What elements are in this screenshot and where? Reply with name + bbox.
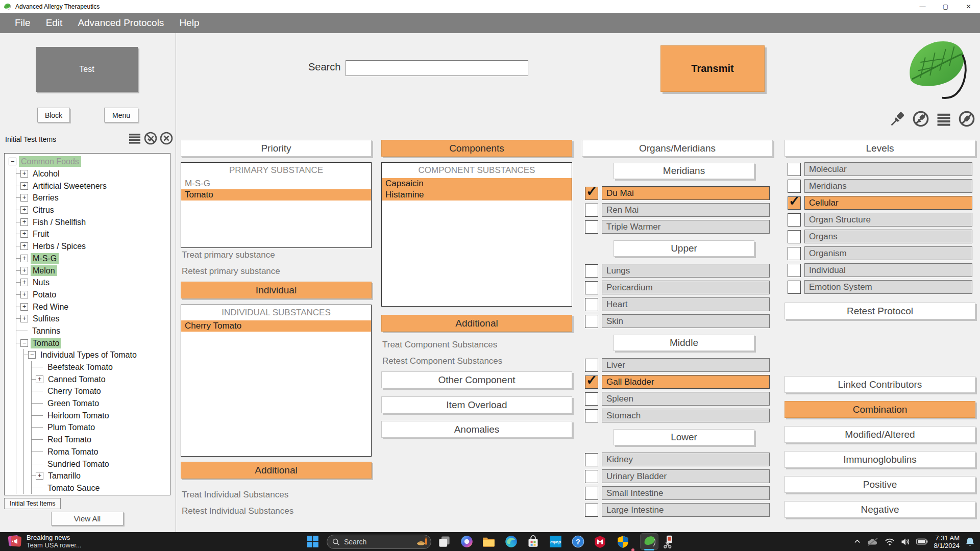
expand-icon[interactable]: +: [20, 194, 28, 202]
tree-item-heirloom-tomato[interactable]: Heirloom Tomato: [32, 409, 170, 421]
large-intestine-item[interactable]: Large Intestine: [602, 503, 770, 517]
unchecked-checkbox[interactable]: [585, 281, 598, 294]
expand-icon[interactable]: +: [36, 375, 43, 383]
list-icon[interactable]: [128, 131, 142, 145]
ren-mai-item[interactable]: Ren Mai: [602, 203, 770, 217]
tree-item-canned-tomato[interactable]: +Canned Tomato: [32, 373, 170, 385]
clear-check-icon[interactable]: [143, 131, 158, 145]
unchecked-checkbox[interactable]: [585, 359, 598, 372]
unpin-icon[interactable]: [912, 110, 929, 128]
triple-warmer-item[interactable]: Triple Warmer: [602, 220, 770, 234]
menu-item-advanced-protocols[interactable]: Advanced Protocols: [70, 13, 172, 33]
tree-item-green-tomato[interactable]: Green Tomato: [32, 397, 170, 410]
expand-icon[interactable]: +: [20, 255, 28, 262]
expand-icon[interactable]: +: [20, 242, 28, 250]
expand-icon[interactable]: +: [20, 230, 28, 238]
treat-individual-link[interactable]: Treat Individual Substances: [182, 490, 288, 500]
checked-checkbox[interactable]: [585, 187, 598, 200]
tree-item-sundried-tomato[interactable]: Sundried Tomato: [32, 458, 170, 470]
unchecked-checkbox[interactable]: [788, 281, 801, 294]
other-component-button[interactable]: Other Component: [381, 371, 572, 388]
expand-icon[interactable]: +: [20, 182, 28, 190]
expand-icon[interactable]: +: [20, 315, 28, 322]
small-intestine-item[interactable]: Small Intestine: [602, 486, 770, 500]
list-item-histamine[interactable]: Histamine: [382, 189, 572, 201]
tree-item-roma-tomato[interactable]: Roma Tomato: [32, 446, 170, 458]
organism-item[interactable]: Organism: [804, 246, 972, 260]
transmit-button[interactable]: Transmit: [660, 45, 765, 92]
expand-icon[interactable]: +: [20, 170, 28, 178]
tree-item-fish-shellfish[interactable]: +Fish / Shellfish: [16, 216, 170, 228]
emotion-system-item[interactable]: Emotion System: [804, 280, 972, 294]
minimize-button[interactable]: —: [911, 0, 934, 13]
tree-item-red-wine[interactable]: +Red Wine: [16, 300, 170, 313]
menu-button[interactable]: Menu: [104, 108, 138, 122]
start-button[interactable]: [306, 535, 320, 548]
list-item-tomato[interactable]: Tomato: [181, 189, 371, 201]
tree-item-cherry-tomato[interactable]: Cherry Tomato: [32, 385, 170, 397]
unchecked-checkbox[interactable]: [585, 487, 598, 500]
onedrive-paused-icon[interactable]: [867, 538, 879, 546]
unchecked-checkbox[interactable]: [585, 409, 598, 422]
levels-header[interactable]: Levels: [785, 140, 975, 157]
du-mai-item[interactable]: Du Mai: [602, 186, 770, 200]
urinary-bladder-item[interactable]: Urinary Bladder: [602, 469, 770, 483]
retest-protocol-button[interactable]: Retest Protocol: [785, 303, 975, 319]
additional-component-button[interactable]: Additional: [381, 315, 572, 332]
tree-item-nuts[interactable]: +Nuts: [16, 277, 170, 289]
unchecked-checkbox[interactable]: [788, 163, 801, 176]
pericardium-item[interactable]: Pericardium: [602, 281, 770, 294]
meridians-group-header[interactable]: Meridians: [614, 163, 754, 179]
unchecked-checkbox[interactable]: [585, 470, 598, 483]
maximize-button[interactable]: ▢: [934, 0, 957, 13]
component-substances-list[interactable]: COMPONENT SUBSTANCES CapsaicinHistamine: [381, 162, 572, 307]
myhp-icon[interactable]: myhp: [549, 535, 562, 548]
expand-icon[interactable]: +: [20, 267, 28, 274]
unchecked-checkbox[interactable]: [585, 204, 598, 217]
task-view-icon[interactable]: [437, 535, 451, 548]
anomalies-button[interactable]: Anomalies: [381, 421, 572, 438]
expand-icon[interactable]: +: [20, 291, 28, 298]
block-icon[interactable]: [958, 110, 975, 128]
immunoglobulins-button[interactable]: Immunoglobulins: [785, 451, 975, 468]
lower-group-header[interactable]: Lower: [614, 429, 754, 445]
defender-icon[interactable]: [616, 535, 630, 548]
collapse-icon[interactable]: −: [28, 351, 36, 359]
upper-group-header[interactable]: Upper: [614, 240, 754, 257]
tree-item-plum-tomato[interactable]: Plum Tomato: [32, 421, 170, 434]
unchecked-checkbox[interactable]: [788, 180, 801, 193]
tree-item-sulfites[interactable]: +Sulfites: [16, 313, 170, 325]
unchecked-checkbox[interactable]: [585, 504, 598, 517]
file-explorer-icon[interactable]: [482, 535, 496, 548]
unchecked-checkbox[interactable]: [788, 213, 801, 227]
molecular-item[interactable]: Molecular: [804, 162, 972, 176]
expand-icon[interactable]: +: [20, 279, 28, 286]
organ-structure-item[interactable]: Organ Structure: [804, 213, 972, 227]
tray-clock[interactable]: 7:31 AM 8/1/2024: [934, 534, 960, 549]
retest-primary-link[interactable]: Retest primary substance: [182, 266, 280, 277]
tree-item-m-s-g[interactable]: +M-S-G: [16, 253, 170, 265]
negative-button[interactable]: Negative: [785, 501, 975, 518]
unchecked-checkbox[interactable]: [788, 230, 801, 243]
retest-component-link[interactable]: Retest Component Substances: [382, 356, 502, 366]
unchecked-checkbox[interactable]: [585, 298, 598, 311]
modified-altered-button[interactable]: Modified/Altered: [785, 426, 975, 443]
expand-icon[interactable]: +: [20, 218, 28, 226]
collapse-icon[interactable]: −: [9, 158, 16, 165]
close-circle-icon[interactable]: [159, 131, 174, 145]
unchecked-checkbox[interactable]: [788, 247, 801, 260]
stomach-item[interactable]: Stomach: [602, 409, 770, 422]
organs-item[interactable]: Organs: [804, 230, 972, 243]
tree-item-herbs-spices[interactable]: +Herbs / Spices: [16, 240, 170, 253]
block-button[interactable]: Block: [37, 108, 70, 122]
checked-checkbox[interactable]: [585, 375, 598, 389]
tree-item-citrus[interactable]: +Citrus: [16, 204, 170, 216]
tree-item-common-foods[interactable]: −Common Foods: [9, 156, 170, 168]
list-item-m-s-g[interactable]: M-S-G: [181, 178, 371, 189]
retest-individual-link[interactable]: Retest Individual Substances: [182, 506, 293, 516]
meridians-item[interactable]: Meridians: [804, 179, 972, 193]
kidney-item[interactable]: Kidney: [602, 453, 770, 466]
organs-meridians-header[interactable]: Organs/Meridians: [582, 140, 773, 157]
treat-primary-link[interactable]: Treat primary substance: [182, 250, 275, 260]
individual-header[interactable]: Individual: [181, 282, 372, 298]
